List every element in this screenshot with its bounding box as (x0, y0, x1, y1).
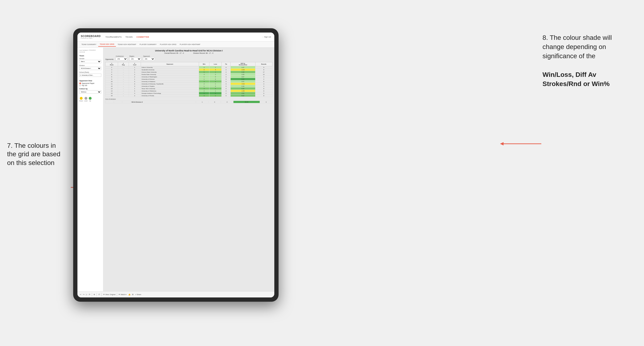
tablet-frame: SCOREBOARD Powered by clippd TOURNAMENTS… (73, 28, 278, 302)
cell-rank: 2 (106, 66, 118, 69)
cell-win: 2 (199, 66, 209, 69)
cell-rank: 11 (106, 83, 118, 85)
col-conf: #Conf (129, 62, 141, 66)
cell-diff: -4.33 (231, 83, 255, 85)
overall-record: Overall Record: 89 - 17 - 0 (164, 52, 184, 54)
cell-opponent: University of Virginia (141, 85, 199, 87)
gender-label: Gender (79, 58, 101, 59)
table-header-row: #Rank #Reg #Conf Opponent Win Loss Tie D… (106, 62, 272, 66)
region-filter-select[interactable]: (All) (129, 57, 141, 61)
cell-tie: 0 (222, 71, 230, 73)
radio-top100[interactable]: Top 100 (79, 85, 101, 86)
cell-rounds: 3 (255, 85, 272, 87)
sub-tab-player-h2h-grid[interactable]: PLAYER H2H GRID (158, 42, 178, 46)
opponent-filter-select[interactable]: (All) (143, 57, 155, 61)
arrow-right-icon (499, 134, 546, 153)
cell-win: 3 (199, 80, 209, 83)
school-input[interactable] (79, 74, 101, 77)
tablet-screen: SCOREBOARD Powered by clippd TOURNAMENTS… (78, 32, 274, 298)
table-row: 8 - 2 University of Washington 1 0 0 3.6… (106, 76, 272, 78)
cell-diff: 2.33 (231, 85, 255, 87)
col-tie: Tie (222, 62, 230, 66)
bottom-toolbar: ↩ ↪ ▷ ⟳ ⊕ ⏱ 👁 View: Original 👁 Watch ▾ 👍… (78, 291, 274, 298)
cell-reg: - (118, 73, 129, 76)
colour-by-select[interactable]: Win/loss (79, 90, 101, 94)
legend-up: Up (89, 97, 92, 102)
cell-opponent: University of Washington (141, 76, 199, 78)
cell-conf: 2 (129, 73, 141, 76)
cell-diff: 26.00 (233, 101, 260, 103)
sub-tab-team-summary[interactable]: TEAM SUMMARY (80, 42, 98, 46)
grid-records: Overall Record: 89 - 17 - 0 Division Rec… (105, 52, 272, 54)
redo-icon[interactable]: ↪ (83, 293, 84, 296)
col-loss: Loss (210, 62, 222, 66)
division-select[interactable]: NCAA Division I (79, 67, 101, 70)
opponents-label: Opponents: (105, 58, 114, 61)
share-label[interactable]: ↗ Share (135, 294, 142, 296)
radio-dot-opponents (79, 82, 81, 84)
filter-opponent: Opponent (All) (143, 55, 155, 61)
cell-diff: -2.29 (231, 69, 255, 71)
cell-reg: - (118, 71, 129, 73)
cell-conf: 2 (129, 69, 141, 71)
cell-rounds: 3 (260, 101, 272, 103)
watch-label[interactable]: 👁 Watch ▾ (118, 294, 126, 296)
sub-tab-team-h2h-grid[interactable]: TEAM H2H GRID (98, 42, 116, 47)
conference-filter-label: Conference (116, 55, 128, 57)
cell-tie: 0 (222, 95, 230, 97)
cell-rounds: 12 (255, 73, 272, 76)
col-reg: #Reg (118, 62, 129, 66)
sign-out-link[interactable]: Sign out (264, 36, 271, 38)
cell-rounds: 3 (255, 83, 272, 85)
team-section-title: Team (79, 55, 101, 57)
panel-meta: Last Updated: 27/03/2024 16:55:38 (79, 49, 101, 53)
sub-tab-player-h2h-heatmap[interactable]: PLAYER H2H HEATMAP (178, 42, 202, 46)
cell-conf (122, 101, 131, 103)
cell-tie: 0 (222, 76, 230, 78)
cell-diff: 4.50 (231, 92, 255, 95)
cell-loss: 1 (210, 71, 222, 73)
grid-icon[interactable]: ⊞ (132, 293, 134, 296)
cell-win: 1 (196, 101, 208, 103)
toolbar-separator4 (117, 293, 117, 296)
gender-select[interactable]: Men's (79, 60, 101, 63)
zoom-icon[interactable]: ⊕ (94, 293, 95, 296)
cell-rounds: 2 (255, 78, 272, 80)
cell-opponent: University of Florida (141, 95, 199, 97)
sub-tab-team-h2h-heatmap[interactable]: TEAM H2H HEATMAP (116, 42, 138, 46)
sub-tab-player-summary[interactable]: PLAYER SUMMARY (138, 42, 158, 46)
cell-reg: - (118, 92, 129, 95)
cell-loss: 2 (210, 85, 222, 87)
cell-conf: 1 (129, 66, 141, 69)
undo-icon[interactable]: ↩ (80, 293, 82, 296)
cell-rank: 12 (106, 85, 118, 87)
radio-opponents-played[interactable]: Opponents Played (79, 82, 101, 84)
cell-opponent: University of Arizona (141, 78, 199, 80)
cell-win: 3 (199, 87, 209, 90)
annotation-left: 7. The colours in the grid are based on … (7, 141, 66, 167)
division-label: Division (79, 65, 101, 66)
cell-rounds: 9 (255, 95, 272, 97)
clock-icon[interactable]: ⏱ (98, 293, 100, 296)
nav-tab-tournaments[interactable]: TOURNAMENTS (105, 35, 122, 39)
thumbs-up-icon[interactable]: 👍 (128, 293, 130, 296)
table-row: 16 - 2 University of Florida 3 1 0 6.62 … (106, 95, 272, 97)
forward-icon[interactable]: ▷ (86, 293, 87, 296)
data-table: #Rank #Reg #Conf Opponent Win Loss Tie D… (105, 62, 272, 97)
nav-tab-committee[interactable]: COMMITTEE (136, 35, 149, 39)
legend-level-circle (84, 97, 87, 100)
cell-diff: -1.00 (231, 90, 255, 92)
cell-conf: 2 (129, 95, 141, 97)
cell-rounds: 17 (255, 71, 272, 73)
app-header: SCOREBOARD Powered by clippd TOURNAMENTS… (78, 32, 274, 41)
cell-conf: 1 (129, 87, 141, 90)
main-content: Last Updated: 27/03/2024 16:55:38 Team G… (78, 48, 274, 291)
cell-rank: 6 (106, 73, 118, 76)
nav-tab-teams[interactable]: TEAMS (125, 35, 133, 39)
nav-tabs: TOURNAMENTS TEAMS COMMITTEE (105, 35, 262, 39)
refresh-icon[interactable]: ⟳ (89, 293, 90, 296)
view-label[interactable]: 👁 View: Original (103, 294, 116, 295)
cell-conf: 4 (129, 92, 141, 95)
conference-filter-select[interactable]: (All) (116, 57, 128, 61)
colour-by-label: Colour by (79, 88, 101, 90)
